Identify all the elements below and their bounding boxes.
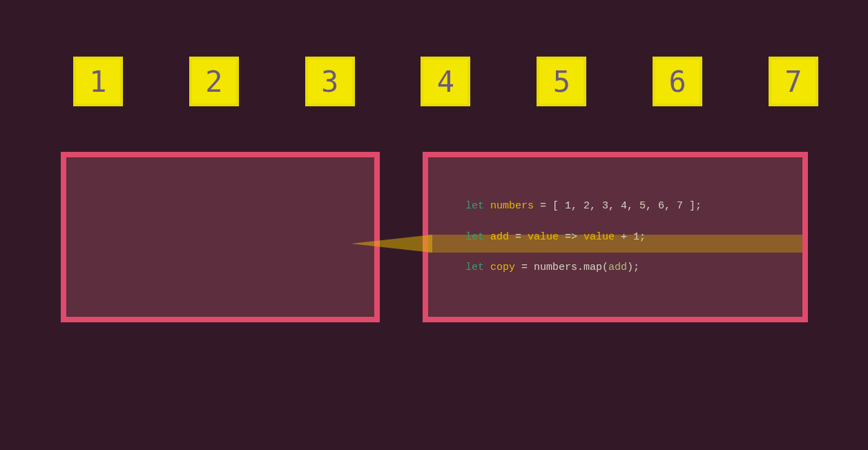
code-line-1: let numbers = [ 1, 2, 3, 4, 5, 6, 7 ];	[465, 199, 779, 215]
svg-marker-0	[351, 235, 432, 253]
connector-arrow	[351, 233, 432, 254]
code-line-3: let copy = numbers.map(add);	[465, 260, 779, 276]
output-panel	[61, 152, 380, 322]
number-box: 6	[653, 57, 702, 106]
number-box: 3	[305, 57, 355, 106]
number-box: 7	[769, 57, 818, 106]
code-line-2: let add = value => value + 1;	[465, 230, 779, 246]
number-box: 5	[537, 57, 586, 106]
number-box: 1	[73, 57, 123, 106]
numbers-row: 1 2 3 4 5 6 7	[73, 57, 818, 106]
number-box: 4	[421, 57, 470, 106]
code-panel: let numbers = [ 1, 2, 3, 4, 5, 6, 7 ]; l…	[423, 152, 808, 322]
number-box: 2	[189, 57, 239, 106]
